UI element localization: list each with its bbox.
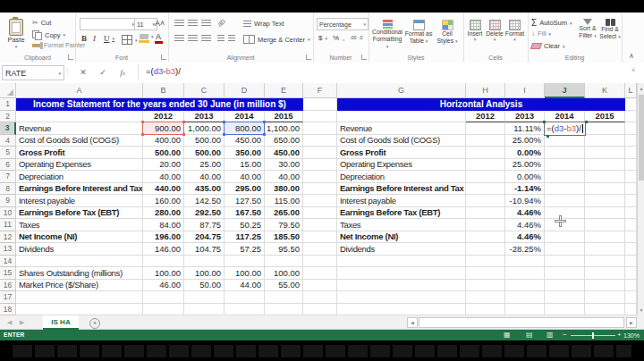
insert-cells-button[interactable]: Insert ▾ — [465, 20, 485, 43]
bold-button[interactable]: B — [81, 34, 87, 43]
cell[interactable] — [466, 291, 505, 304]
cell[interactable] — [625, 291, 637, 304]
year-header[interactable]: 2015 — [265, 111, 303, 123]
cell-label[interactable]: Operating Expenses — [16, 159, 143, 172]
cell[interactable] — [625, 267, 637, 280]
cell-value[interactable]: 400.00 — [143, 135, 184, 147]
cell-label[interactable]: Operating Expenses — [337, 159, 466, 172]
align-middle-button[interactable] — [188, 20, 198, 27]
cell[interactable] — [265, 256, 303, 268]
column-header-D[interactable]: D — [225, 83, 265, 98]
cell-value[interactable]: 435.00 — [184, 183, 225, 196]
cell[interactable] — [625, 280, 637, 292]
increase-indent-button[interactable] — [228, 35, 235, 42]
paste-button[interactable]: Paste ▾ — [4, 19, 29, 49]
cell[interactable] — [466, 267, 505, 280]
cell[interactable] — [585, 159, 625, 172]
grow-font-button[interactable]: A˄ — [155, 19, 165, 28]
cell[interactable] — [303, 243, 337, 256]
cell-label[interactable]: Interest payable — [337, 195, 466, 207]
cell[interactable] — [625, 111, 637, 123]
cell-value[interactable]: 44.00 — [225, 280, 265, 292]
cell[interactable] — [303, 267, 337, 280]
align-bottom-button[interactable] — [201, 20, 211, 27]
cell-value[interactable]: 50.25 — [225, 219, 265, 231]
cell[interactable] — [225, 256, 265, 268]
cut-button[interactable]: ✂ Cut — [32, 19, 51, 27]
cell-value[interactable]: 25.00% — [505, 135, 545, 147]
wrap-text-button[interactable]: Wrap Text — [243, 20, 284, 28]
cell-value[interactable]: 4.46% — [505, 219, 545, 231]
scroll-up-button[interactable]: ▲ — [638, 83, 644, 94]
cell[interactable] — [303, 147, 337, 159]
cell[interactable] — [265, 304, 303, 316]
cell-value[interactable]: 50.00 — [184, 280, 225, 292]
cell-value[interactable]: 40.00 — [143, 171, 184, 183]
row-header-5[interactable]: 5 — [0, 147, 16, 159]
row-header-12[interactable]: 12 — [0, 231, 16, 244]
zoom-level-label[interactable]: 130% — [623, 332, 640, 339]
view-page-break-button[interactable]: ▥ — [547, 331, 554, 339]
cell[interactable] — [466, 135, 505, 147]
cell[interactable] — [337, 291, 466, 304]
underline-button[interactable]: U▾ — [104, 34, 114, 43]
cell[interactable] — [16, 304, 143, 316]
cell[interactable] — [505, 291, 545, 304]
number-format-select[interactable]: Percentage▾ — [317, 18, 369, 30]
cell-value[interactable]: 25.00% — [505, 159, 545, 172]
cell[interactable] — [625, 195, 637, 207]
cell[interactable] — [225, 304, 265, 316]
year-header[interactable]: 2013 — [184, 111, 225, 123]
row-header-18[interactable]: 18 — [0, 304, 16, 316]
year-header[interactable]: 2014 — [545, 111, 585, 123]
cell-value[interactable]: 450.00 — [265, 147, 303, 159]
cell[interactable] — [505, 280, 545, 292]
dialog-launcher-icon[interactable] — [306, 55, 311, 60]
expand-formula-bar-button[interactable]: ˅ — [631, 67, 635, 73]
row-header-4[interactable]: 4 — [0, 135, 16, 147]
cell-value[interactable]: 40.00 — [225, 171, 265, 183]
cell[interactable] — [505, 304, 545, 316]
year-header[interactable]: 2014 — [225, 111, 265, 123]
cell-value[interactable]: 57.25 — [225, 243, 265, 256]
cell[interactable] — [466, 147, 505, 159]
cell[interactable] — [16, 256, 143, 268]
cell[interactable] — [466, 171, 505, 183]
cancel-button[interactable]: ✕ — [77, 65, 89, 80]
cell[interactable] — [303, 304, 337, 316]
cell-value[interactable]: 100.00 — [225, 267, 265, 280]
dialog-launcher-icon[interactable] — [161, 55, 166, 60]
cell[interactable] — [585, 207, 625, 220]
cell-value[interactable]: 100.00 — [184, 267, 225, 280]
cell[interactable] — [585, 280, 625, 292]
column-header-F[interactable]: F — [303, 83, 337, 98]
cell[interactable] — [466, 122, 505, 135]
cell[interactable] — [303, 135, 337, 147]
cell[interactable] — [184, 291, 225, 304]
cell-value[interactable]: 79.50 — [265, 219, 303, 231]
align-right-button[interactable] — [201, 35, 211, 42]
cell-value[interactable]: 280.00 — [143, 207, 184, 220]
clear-button[interactable]: Clear ▾ — [531, 42, 564, 50]
cell[interactable] — [143, 304, 184, 316]
select-all-corner[interactable] — [0, 83, 16, 98]
cell[interactable] — [545, 256, 585, 268]
increase-decimal-button[interactable]: .00 — [350, 35, 357, 40]
enter-button[interactable]: ✓ — [97, 65, 109, 80]
insert-function-button[interactable]: fx — [116, 65, 129, 80]
row-header-2[interactable]: 2 — [0, 111, 16, 123]
dialog-launcher-icon[interactable] — [68, 55, 73, 60]
cell-label[interactable]: Depreciation — [16, 171, 143, 183]
cell-value[interactable]: 40.00 — [184, 171, 225, 183]
cell-label[interactable]: Earnings Before Tax (EBT) — [337, 207, 466, 220]
cell[interactable] — [625, 135, 637, 147]
align-center-button[interactable] — [188, 35, 198, 42]
cell[interactable] — [545, 243, 585, 256]
vertical-scrollbar[interactable]: ▲ ▼ — [637, 83, 644, 315]
row-header-14[interactable]: 14 — [0, 256, 16, 268]
cell[interactable] — [625, 122, 637, 135]
merge-center-button[interactable]: Merge & Center ▾ — [243, 35, 309, 44]
cell-label[interactable]: Cost of Goods Sold (COGS) — [337, 135, 466, 147]
cell[interactable] — [585, 267, 625, 280]
cell[interactable] — [337, 304, 466, 316]
